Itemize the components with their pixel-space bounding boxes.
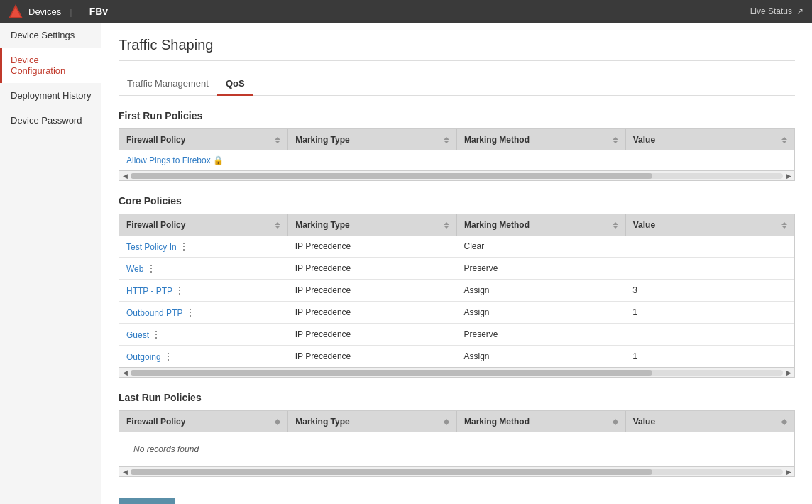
no-records-cell: No records found	[119, 432, 794, 466]
dots-icon[interactable]: ⋮	[163, 351, 173, 362]
th-value-2[interactable]: Value	[625, 214, 794, 236]
core-marking-method: Assign	[457, 302, 626, 324]
sort-icon-marking-type-2	[444, 222, 449, 229]
core-scrollbar[interactable]: ◀ ▶	[119, 367, 794, 377]
sort-icon-firewall-3	[275, 419, 280, 425]
live-status-button[interactable]: Live Status ↗	[750, 6, 803, 16]
first-run-title: First Run Policies	[119, 110, 795, 121]
sidebar-item-deployment-history[interactable]: Deployment History	[0, 83, 101, 108]
dots-icon[interactable]: ⋮	[185, 307, 195, 318]
core-marking-type: IP Precedence	[288, 324, 457, 346]
policy-link[interactable]: Guest	[126, 330, 149, 340]
table-row: Outbound PTP ⋮ IP Precedence Assign 1	[119, 302, 794, 324]
tab-qos[interactable]: QoS	[217, 72, 253, 96]
main-content: Traffic Shaping Traffic Management QoS F…	[102, 23, 812, 504]
first-run-marking-method	[457, 150, 626, 170]
th-marking-type-2[interactable]: Marking Type	[288, 214, 457, 236]
policy-link[interactable]: Test Policy In	[126, 242, 177, 252]
policy-link[interactable]: Outbound PTP	[126, 308, 182, 318]
dots-icon[interactable]: ⋮	[146, 263, 156, 274]
sort-icon-firewall-1	[275, 137, 280, 143]
th-firewall-policy-1[interactable]: Firewall Policy	[119, 129, 288, 150]
scroll-left-arrow-1[interactable]: ◀	[121, 172, 129, 180]
last-run-title: Last Run Policies	[119, 392, 795, 403]
core-marking-type: IP Precedence	[288, 346, 457, 368]
table-row: Guest ⋮ IP Precedence Preserve	[119, 324, 794, 346]
layout: Device Settings Device Configuration Dep…	[0, 23, 812, 504]
sort-icon-marking-method-1	[613, 137, 618, 143]
th-marking-method-3[interactable]: Marking Method	[457, 411, 626, 432]
live-status-label: Live Status	[750, 6, 792, 16]
core-marking-method: Assign	[457, 280, 626, 302]
scroll-right-arrow-2[interactable]: ▶	[784, 368, 793, 377]
dots-icon[interactable]: ⋮	[179, 241, 189, 252]
last-run-scrollbar[interactable]: ◀ ▶	[119, 466, 794, 476]
no-records-text: No records found	[126, 437, 787, 461]
scrollbar-track-3[interactable]	[131, 469, 783, 475]
core-policy-cell: HTTP - PTP ⋮	[119, 280, 288, 302]
page-title: Traffic Shaping	[119, 37, 795, 61]
policy-link[interactable]: Web	[126, 264, 143, 274]
first-run-value	[625, 150, 794, 170]
scroll-right-arrow-3[interactable]: ▶	[784, 468, 793, 476]
top-bar: Devices | FBv Live Status ↗	[0, 0, 812, 23]
sort-icon-marking-type-3	[444, 419, 449, 425]
core-marking-type: IP Precedence	[288, 236, 457, 258]
back-button[interactable]: BACK	[119, 498, 175, 504]
th-marking-method-2[interactable]: Marking Method	[457, 214, 626, 236]
last-run-table: Firewall Policy Marking Type	[119, 411, 794, 466]
tab-bar: Traffic Management QoS	[119, 72, 795, 96]
separator: |	[70, 6, 72, 17]
th-firewall-policy-2[interactable]: Firewall Policy	[119, 214, 288, 236]
sidebar-item-device-settings[interactable]: Device Settings	[0, 23, 101, 48]
core-section: Core Policies Firewall Policy	[119, 195, 795, 378]
dots-icon[interactable]: ⋮	[151, 329, 161, 340]
scroll-left-arrow-2[interactable]: ◀	[121, 368, 129, 377]
th-marking-type-3[interactable]: Marking Type	[288, 411, 457, 432]
sort-icon-value-3	[781, 419, 787, 425]
core-value: 3	[625, 280, 794, 302]
core-policy-cell: Outgoing ⋮	[119, 346, 288, 368]
scrollbar-thumb-3	[131, 469, 652, 475]
sort-icon-marking-type-1	[444, 137, 449, 143]
sidebar-item-device-password[interactable]: Device Password	[0, 108, 101, 133]
policy-link[interactable]: HTTP - PTP	[126, 286, 172, 296]
sidebar-item-device-configuration[interactable]: Device Configuration	[0, 48, 101, 83]
policy-link[interactable]: Outgoing	[126, 352, 161, 362]
core-marking-method: Preserve	[457, 324, 626, 346]
dots-icon[interactable]: ⋮	[175, 285, 185, 296]
sort-icon-firewall-2	[275, 222, 280, 229]
table-row: No records found	[119, 432, 794, 466]
first-run-table-wrapper: Firewall Policy Marking Type	[119, 128, 795, 181]
core-marking-method: Preserve	[457, 258, 626, 280]
th-marking-method-1[interactable]: Marking Method	[457, 129, 626, 150]
first-run-table-scroll[interactable]: Firewall Policy Marking Type	[119, 129, 794, 170]
core-value: 1	[625, 346, 794, 368]
sort-icon-marking-method-3	[613, 419, 618, 425]
th-firewall-policy-3[interactable]: Firewall Policy	[119, 411, 288, 432]
core-policy-cell: Outbound PTP ⋮	[119, 302, 288, 324]
last-run-table-scroll[interactable]: Firewall Policy Marking Type	[119, 411, 794, 466]
scroll-left-arrow-3[interactable]: ◀	[121, 468, 129, 476]
policy-link[interactable]: Allow Pings to Firebox	[126, 155, 211, 165]
core-marking-type: IP Precedence	[288, 258, 457, 280]
first-run-table: Firewall Policy Marking Type	[119, 129, 794, 170]
core-marking-type: IP Precedence	[288, 280, 457, 302]
th-marking-type-1[interactable]: Marking Type	[288, 129, 457, 150]
sort-icon-value-2	[781, 222, 787, 229]
first-run-scrollbar[interactable]: ◀ ▶	[119, 170, 794, 180]
th-value-3[interactable]: Value	[625, 411, 794, 432]
core-table-scroll[interactable]: Firewall Policy Marking Type	[119, 214, 794, 367]
core-title: Core Policies	[119, 195, 795, 207]
tab-traffic-management[interactable]: Traffic Management	[119, 72, 217, 95]
scrollbar-thumb-2	[131, 370, 652, 376]
table-row: Allow Pings to Firebox 🔒	[119, 150, 794, 170]
app-logo	[9, 4, 23, 18]
scrollbar-track-2[interactable]	[131, 370, 783, 376]
scrollbar-track-1[interactable]	[131, 173, 783, 179]
device-name: FBv	[89, 6, 108, 17]
first-run-policy-cell: Allow Pings to Firebox 🔒	[119, 150, 288, 170]
th-value-1[interactable]: Value	[625, 129, 794, 150]
core-marking-type: IP Precedence	[288, 302, 457, 324]
scroll-right-arrow-1[interactable]: ▶	[784, 172, 793, 180]
